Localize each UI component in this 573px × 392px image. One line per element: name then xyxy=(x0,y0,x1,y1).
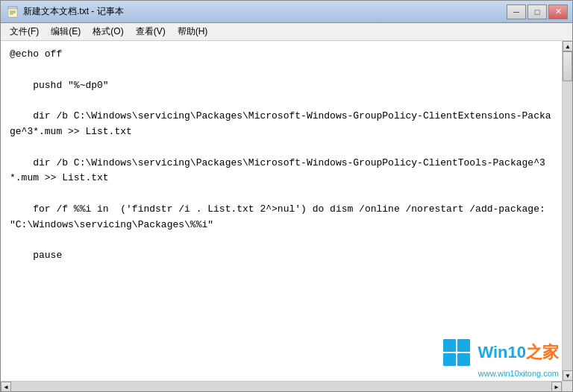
svg-rect-6 xyxy=(457,339,470,352)
scroll-right-button[interactable]: ► xyxy=(551,382,562,391)
zhijia-text: 之家 xyxy=(526,343,559,361)
text-content[interactable]: @echo off pushd "%~dp0" dir /b C:\Window… xyxy=(1,41,562,381)
title-bar-buttons: ─ □ ✕ xyxy=(507,4,568,19)
scroll-v-thumb[interactable] xyxy=(563,51,572,81)
window-title: 新建文本文档.txt - 记事本 xyxy=(23,5,124,18)
maximize-button[interactable]: □ xyxy=(527,4,547,19)
close-button[interactable]: ✕ xyxy=(548,4,568,19)
horizontal-scrollbar[interactable]: ◄ ► xyxy=(1,381,562,391)
scroll-down-button[interactable]: ▼ xyxy=(563,370,572,381)
menu-view[interactable]: 查看(V) xyxy=(130,24,172,40)
watermark: Win10之家 www.win10xitong.com xyxy=(442,338,559,378)
editor-area[interactable]: @echo off pushd "%~dp0" dir /b C:\Window… xyxy=(1,41,572,391)
watermark-url: www.win10xitong.com xyxy=(478,369,559,378)
menu-help[interactable]: 帮助(H) xyxy=(172,24,214,40)
scroll-left-button[interactable]: ◄ xyxy=(1,382,11,391)
scroll-v-track[interactable] xyxy=(563,51,572,370)
win10-text: Win10 xyxy=(478,343,526,361)
vertical-scrollbar[interactable]: ▲ ▼ xyxy=(562,41,572,381)
svg-rect-8 xyxy=(457,353,470,366)
title-bar: 新建文本文档.txt - 记事本 ─ □ ✕ xyxy=(1,1,572,23)
minimize-button[interactable]: ─ xyxy=(507,4,526,19)
watermark-logo-area: Win10之家 xyxy=(442,338,559,367)
menu-bar: 文件(F) 编辑(E) 格式(O) 查看(V) 帮助(H) xyxy=(1,23,572,41)
scroll-left-arrow: ◄ xyxy=(3,384,9,391)
menu-edit[interactable]: 编辑(E) xyxy=(45,24,87,40)
notepad-icon xyxy=(7,6,19,18)
scrollbar-corner xyxy=(562,381,572,391)
watermark-title: Win10之家 xyxy=(478,341,559,364)
main-window: 新建文本文档.txt - 记事本 ─ □ ✕ 文件(F) 编辑(E) 格式(O)… xyxy=(0,0,573,392)
svg-rect-5 xyxy=(443,339,456,352)
scroll-h-track[interactable] xyxy=(11,382,551,391)
scroll-down-arrow: ▼ xyxy=(565,373,571,379)
scroll-up-button[interactable]: ▲ xyxy=(563,41,572,51)
svg-rect-7 xyxy=(443,353,456,366)
scroll-right-arrow: ► xyxy=(554,384,560,391)
menu-format[interactable]: 格式(O) xyxy=(87,24,129,40)
title-bar-left: 新建文本文档.txt - 记事本 xyxy=(7,5,124,18)
windows-logo xyxy=(442,338,472,367)
menu-file[interactable]: 文件(F) xyxy=(4,24,45,40)
svg-rect-1 xyxy=(8,7,17,9)
scroll-up-arrow: ▲ xyxy=(565,43,571,50)
